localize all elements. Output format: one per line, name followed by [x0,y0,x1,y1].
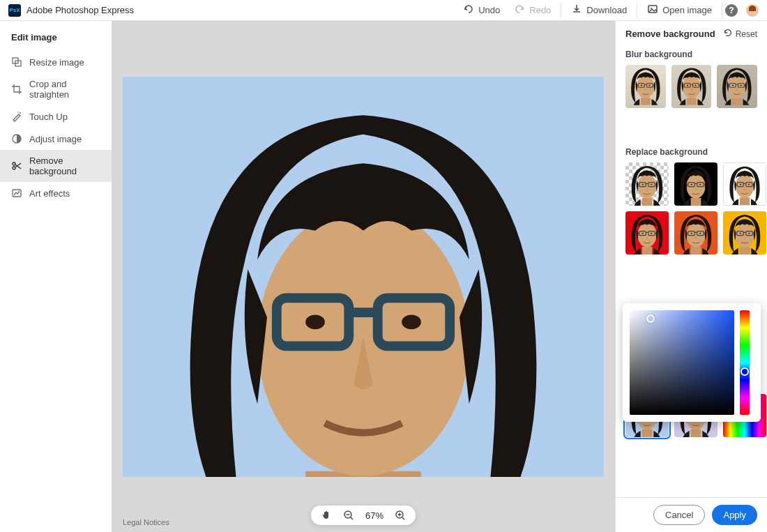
right-panel: Remove background Reset Blur background … [615,21,767,532]
download-button[interactable]: Download [564,1,634,20]
adjust-icon [11,133,22,144]
sidebar-item-label: Resize image [29,57,84,68]
svg-line-18 [351,517,353,519]
replace-option-yellow[interactable] [723,211,766,254]
panel-footer: Cancel Apply [616,497,767,532]
blur-option-mid[interactable] [671,65,712,108]
panel-title: Remove background [625,29,715,39]
app-logo-icon: PsX [8,4,21,17]
reset-button[interactable]: Reset [723,28,757,40]
sidebar-item-label: Art effects [29,188,70,199]
replace-option-white[interactable] [723,162,766,206]
sidebar-title: Edit image [0,26,112,51]
svg-line-21 [402,517,404,519]
separator [722,3,722,18]
blur-option-high[interactable] [717,65,757,108]
image-icon [647,3,658,17]
replace-option-red[interactable] [625,211,669,254]
pan-hand-icon[interactable] [321,510,332,521]
svg-point-11 [20,112,21,114]
replace-option-black[interactable] [674,162,717,206]
legal-notices-link[interactable]: Legal Notices [123,518,169,526]
sidebar-item-label: Adjust image [29,134,82,144]
svg-point-15 [13,167,15,169]
scissors-icon [11,160,22,172]
color-picker-field[interactable] [630,310,734,415]
canvas-image[interactable] [123,77,604,477]
touchup-icon [11,111,22,122]
replace-section-title: Replace background [616,144,767,162]
open-image-button[interactable]: Open image [640,1,719,20]
replace-option-transparent[interactable] [625,162,669,206]
svg-point-12 [17,112,18,112]
sidebar-item-touchup[interactable]: Touch Up [0,105,112,128]
zoom-percent: 67% [365,510,384,521]
separator [561,3,561,18]
redo-label: Redo [529,5,551,15]
sidebar-item-label: Touch Up [29,112,68,122]
app-header: PsX Adobe Photoshop Express Undo Redo Do… [0,0,767,21]
crop-icon [11,84,22,95]
zoom-out-button[interactable] [343,510,354,521]
sidebar-item-label: Crop and straighten [29,79,100,100]
open-image-label: Open image [662,5,712,15]
blur-option-none[interactable] [625,65,666,108]
sidebar-item-adjust[interactable]: Adjust image [0,128,112,150]
download-label: Download [586,5,627,15]
zoom-controls: 67% [311,506,416,525]
hue-slider[interactable] [740,310,750,415]
undo-icon [463,3,474,17]
redo-icon [514,3,525,17]
sidebar-item-resize[interactable]: Resize image [0,51,112,73]
color-picker-popover [623,303,761,422]
left-sidebar: Edit image Resize image Crop and straigh… [0,21,112,532]
arteffects-icon [11,188,22,199]
svg-point-14 [13,162,15,165]
download-icon [571,3,582,17]
reset-icon [723,28,733,40]
resize-icon [11,56,22,68]
sidebar-item-removebg[interactable]: Remove background [0,150,112,182]
sidebar-item-arteffects[interactable]: Art effects [0,182,112,204]
redo-button[interactable]: Redo [507,1,558,20]
canvas-area: 67% Legal Notices [112,21,615,532]
replace-option-orange[interactable] [674,211,717,254]
sidebar-item-crop[interactable]: Crop and straighten [0,73,112,105]
help-icon[interactable]: ? [725,4,738,17]
sidebar-item-label: Remove background [29,155,100,176]
cancel-button[interactable]: Cancel [653,505,705,525]
apply-button[interactable]: Apply [712,505,757,525]
zoom-in-button[interactable] [395,510,406,521]
reset-label: Reset [736,29,757,39]
blur-section-title: Blur background [616,47,767,65]
app-title: Adobe Photoshop Express [26,5,134,15]
user-avatar[interactable] [746,4,759,17]
undo-label: Undo [478,5,500,15]
color-picker-cursor[interactable] [646,314,655,323]
hue-slider-cursor[interactable] [741,367,749,376]
separator [637,3,637,18]
undo-button[interactable]: Undo [456,1,507,20]
